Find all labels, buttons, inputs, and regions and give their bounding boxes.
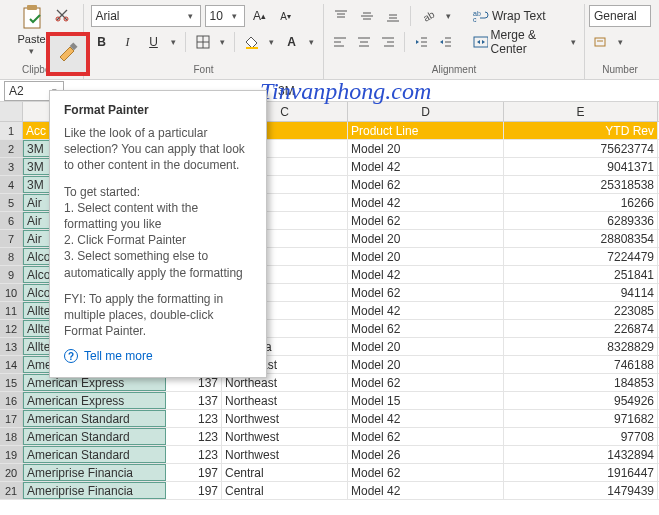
- fill-color-button[interactable]: [241, 31, 263, 53]
- cell[interactable]: 197: [166, 464, 222, 481]
- cell[interactable]: 9041371: [504, 158, 658, 175]
- cell[interactable]: 6289336: [504, 212, 658, 229]
- row-header[interactable]: 15: [0, 374, 23, 391]
- header-cell[interactable]: Product Line: [348, 122, 504, 139]
- row-header[interactable]: 4: [0, 176, 23, 193]
- row-header[interactable]: 14: [0, 356, 23, 373]
- cell[interactable]: 25318538: [504, 176, 658, 193]
- cell[interactable]: Model 20: [348, 248, 504, 265]
- cell[interactable]: Model 42: [348, 266, 504, 283]
- cell[interactable]: 123: [166, 446, 222, 463]
- cell[interactable]: Model 20: [348, 230, 504, 247]
- cell[interactable]: 75623774: [504, 140, 658, 157]
- row-header[interactable]: 10: [0, 284, 23, 301]
- align-bottom-button[interactable]: [382, 5, 404, 27]
- cell[interactable]: 28808354: [504, 230, 658, 247]
- merge-center-button[interactable]: Merge & Center ▾: [473, 28, 578, 56]
- row-header[interactable]: 8: [0, 248, 23, 265]
- col-header-E[interactable]: E: [504, 102, 658, 121]
- decrease-font-button[interactable]: A▾: [275, 5, 297, 27]
- cell[interactable]: 123: [166, 428, 222, 445]
- row-header[interactable]: 21: [0, 482, 23, 499]
- cell[interactable]: 137: [166, 392, 222, 409]
- cell[interactable]: Northwest: [222, 446, 348, 463]
- row-header[interactable]: 3: [0, 158, 23, 175]
- cell[interactable]: 954926: [504, 392, 658, 409]
- number-format-select[interactable]: General: [589, 5, 651, 27]
- cell[interactable]: Model 20: [348, 140, 504, 157]
- cell[interactable]: 16266: [504, 194, 658, 211]
- tell-me-more-link[interactable]: ? Tell me more: [64, 349, 252, 363]
- row-header[interactable]: 1: [0, 122, 23, 139]
- cell[interactable]: Model 42: [348, 194, 504, 211]
- align-top-button[interactable]: [330, 5, 352, 27]
- cell[interactable]: Model 62: [348, 464, 504, 481]
- cell[interactable]: Model 62: [348, 284, 504, 301]
- align-middle-button[interactable]: [356, 5, 378, 27]
- italic-button[interactable]: I: [117, 31, 139, 53]
- cell[interactable]: 971682: [504, 410, 658, 427]
- cell[interactable]: Central: [222, 482, 348, 499]
- underline-button[interactable]: U: [143, 31, 165, 53]
- row-header[interactable]: 16: [0, 392, 23, 409]
- cell[interactable]: Model 42: [348, 410, 504, 427]
- align-left-button[interactable]: [330, 31, 350, 53]
- header-cell[interactable]: YTD Rev: [504, 122, 658, 139]
- increase-font-button[interactable]: A▴: [249, 5, 271, 27]
- row-header[interactable]: 9: [0, 266, 23, 283]
- cell[interactable]: Model 20: [348, 356, 504, 373]
- wrap-text-button[interactable]: abc Wrap Text: [473, 9, 546, 23]
- cell[interactable]: Model 62: [348, 374, 504, 391]
- row-header[interactable]: 5: [0, 194, 23, 211]
- cell[interactable]: Model 42: [348, 158, 504, 175]
- cell[interactable]: 184853: [504, 374, 658, 391]
- increase-indent-button[interactable]: [435, 31, 455, 53]
- cell[interactable]: 94114: [504, 284, 658, 301]
- cell[interactable]: 8328829: [504, 338, 658, 355]
- cell[interactable]: Model 62: [348, 212, 504, 229]
- select-all-corner[interactable]: [0, 102, 23, 121]
- align-center-button[interactable]: [354, 31, 374, 53]
- cell[interactable]: American Standard: [23, 410, 166, 427]
- cell[interactable]: 746188: [504, 356, 658, 373]
- cell[interactable]: Northwest: [222, 410, 348, 427]
- row-header[interactable]: 12: [0, 320, 23, 337]
- cell[interactable]: 226874: [504, 320, 658, 337]
- format-painter-button[interactable]: [57, 42, 79, 67]
- borders-button[interactable]: [192, 31, 214, 53]
- cut-button[interactable]: [51, 4, 73, 26]
- bold-button[interactable]: B: [91, 31, 113, 53]
- cell[interactable]: 1432894: [504, 446, 658, 463]
- cell[interactable]: Ameriprise Financia: [23, 482, 166, 499]
- cell[interactable]: American Standard: [23, 428, 166, 445]
- decrease-indent-button[interactable]: [411, 31, 431, 53]
- cell[interactable]: Model 62: [348, 320, 504, 337]
- row-header[interactable]: 18: [0, 428, 23, 445]
- cell[interactable]: Central: [222, 464, 348, 481]
- cell[interactable]: Model 26: [348, 446, 504, 463]
- row-header[interactable]: 19: [0, 446, 23, 463]
- row-header[interactable]: 7: [0, 230, 23, 247]
- cell[interactable]: 1479439: [504, 482, 658, 499]
- cell[interactable]: Model 62: [348, 428, 504, 445]
- cell[interactable]: 7224479: [504, 248, 658, 265]
- cell[interactable]: 223085: [504, 302, 658, 319]
- cell[interactable]: Northeast: [222, 392, 348, 409]
- font-size-select[interactable]: 10▾: [205, 5, 245, 27]
- cell[interactable]: Model 42: [348, 482, 504, 499]
- cell[interactable]: Model 20: [348, 338, 504, 355]
- cell[interactable]: Model 42: [348, 302, 504, 319]
- orientation-button[interactable]: ab: [417, 5, 439, 27]
- row-header[interactable]: 17: [0, 410, 23, 427]
- paste-button[interactable]: Paste ▾: [15, 4, 49, 56]
- cell[interactable]: Model 62: [348, 176, 504, 193]
- cell[interactable]: 97708: [504, 428, 658, 445]
- cell[interactable]: 197: [166, 482, 222, 499]
- cell[interactable]: American Standard: [23, 446, 166, 463]
- font-color-button[interactable]: A: [281, 31, 303, 53]
- row-header[interactable]: 13: [0, 338, 23, 355]
- cell[interactable]: Model 15: [348, 392, 504, 409]
- align-right-button[interactable]: [378, 31, 398, 53]
- cell[interactable]: Northwest: [222, 428, 348, 445]
- row-header[interactable]: 11: [0, 302, 23, 319]
